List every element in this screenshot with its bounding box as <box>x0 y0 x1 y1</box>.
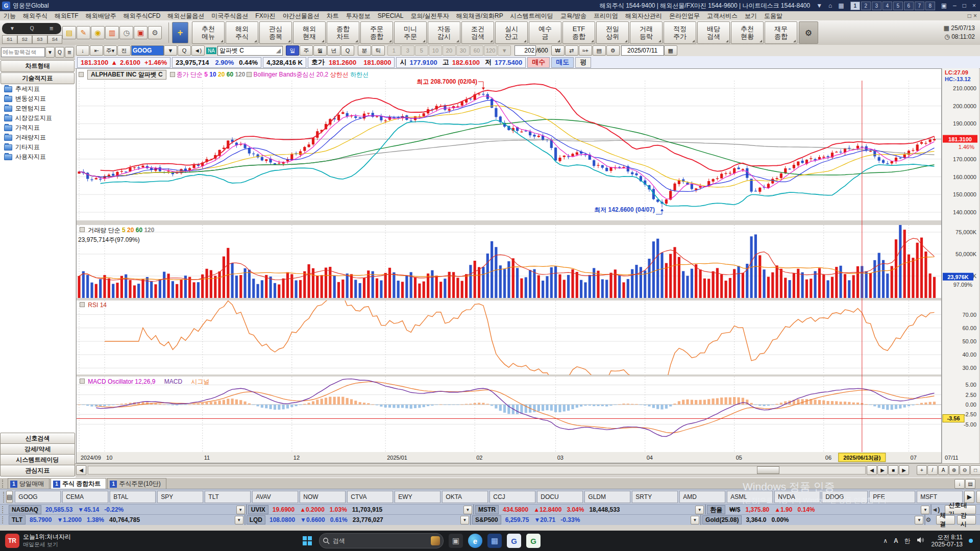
pill-search-icon[interactable]: Q <box>30 26 34 31</box>
legend-toggle-icon[interactable] <box>80 227 85 232</box>
minute-button-5[interactable]: 5 <box>415 45 428 56</box>
edit-icon[interactable]: ✎ <box>77 26 90 39</box>
ticker-chip-CEMA[interactable]: CEMA <box>62 491 108 503</box>
minute-button-10[interactable]: 10 <box>429 45 442 56</box>
toolbar-button-거래등락[interactable]: 거래등락 <box>630 21 663 44</box>
menu-item-고객서비스[interactable]: 고객서비스 <box>703 11 741 20</box>
pill-chevron-icon[interactable]: ▼ <box>10 26 15 31</box>
lock-icon[interactable]: ◉ <box>91 26 105 39</box>
status-button-감시[interactable]: 감시 <box>957 515 976 524</box>
menu-item-교육/방송[interactable]: 교육/방송 <box>557 11 590 20</box>
ticker-chip-NVDA[interactable]: NVDA <box>774 491 820 503</box>
window-slot-5[interactable]: 5 <box>893 2 903 10</box>
export-icon[interactable]: ↓ <box>954 479 965 489</box>
date-calendar-icon[interactable]: ▦ <box>664 45 677 56</box>
minute-button-3[interactable]: 3 <box>401 45 414 56</box>
ticker-chip-DDOG[interactable]: DDOG <box>822 491 868 503</box>
drag-handle[interactable] <box>2 480 6 487</box>
pill-list-icon[interactable]: ≣ <box>50 26 54 31</box>
toolbar-button-주문종합[interactable]: 주문종합 <box>360 21 393 44</box>
legend-toggle-icon[interactable] <box>80 379 85 384</box>
sidebar-item-추세지표[interactable]: 추세지표 <box>0 84 75 94</box>
ticker-chip-GOOG[interactable]: GOOG <box>15 491 61 503</box>
drag-handle[interactable] <box>2 506 6 513</box>
toolbar-button-적정주가[interactable]: 적정주가 <box>664 21 696 44</box>
sidebar-item-거래량지표[interactable]: 거래량지표 <box>0 133 75 142</box>
toolbar-button-자동감시[interactable]: 자동감시 <box>428 21 460 44</box>
chart-tool-3[interactable]: ⊕ <box>949 465 959 475</box>
sidebar-bottom-신호검색[interactable]: 신호검색 <box>0 433 75 444</box>
toolbar-button-재무종합[interactable]: 재무종합 <box>765 21 797 44</box>
home-icon[interactable]: ⌂ <box>828 2 832 9</box>
ticker-chip-OKTA[interactable]: OKTA <box>442 491 488 503</box>
won-icon[interactable]: ₩ <box>551 45 565 56</box>
ticker-chip-TLT[interactable]: TLT <box>205 491 251 503</box>
toolbar-button-해외주식[interactable]: 해외주식 <box>226 21 258 44</box>
notification-dot[interactable] <box>969 539 973 543</box>
compare-icon[interactable]: ⇄ <box>565 45 578 56</box>
toolbar-button-조건검색[interactable]: 조건검색 <box>461 21 494 44</box>
tab-주식 종합차트[interactable]: 1주식 종합차트 <box>51 478 106 489</box>
monitor-icon[interactable]: ▣ <box>134 26 148 39</box>
menu-item-해외자산관리[interactable]: 해외자산관리 <box>622 11 666 20</box>
segment-dropdown-icon[interactable]: ▼ <box>691 516 699 524</box>
sidebar-bottom-시스템트레이딩[interactable]: 시스템트레이딩 <box>0 454 75 466</box>
ticker-chip-BTAL[interactable]: BTAL <box>110 491 156 503</box>
ime-korean-indicator[interactable]: 한 <box>904 537 911 545</box>
clipboard-icon[interactable]: ▤ <box>6 491 13 503</box>
segment-dropdown-icon[interactable]: ▼ <box>463 506 472 514</box>
ticker-chip-ASML[interactable]: ASML <box>727 491 773 503</box>
ime-latin-indicator[interactable]: A <box>894 537 898 544</box>
chevron-down-icon[interactable]: ▼ <box>816 2 822 9</box>
legend-toggle-icon[interactable] <box>80 302 85 307</box>
menu-item-모의/실전투자[interactable]: 모의/실전투자 <box>407 11 452 20</box>
menu-item-해외선물옵션[interactable]: 해외선물옵션 <box>164 11 208 20</box>
menu-item-SPECIAL[interactable]: SPECIAL <box>374 11 407 20</box>
segment-dropdown-icon[interactable]: ▼ <box>236 506 245 514</box>
trash-icon[interactable] <box>976 491 980 503</box>
ticker-chip-PFE[interactable]: PFE <box>869 491 915 503</box>
monitor-icon[interactable]: ▣ <box>941 2 947 9</box>
ticker-chip-SPY[interactable]: SPY <box>157 491 203 503</box>
gallery-icon[interactable]: ▣ <box>449 534 463 548</box>
minute-dropdown-icon[interactable]: ▼ <box>498 45 511 56</box>
window-slot-1[interactable]: 1 <box>850 2 860 10</box>
basket-icon[interactable]: + <box>172 22 188 43</box>
menu-restore-icon[interactable]: □ <box>968 12 971 19</box>
toolbar-button-배당검색[interactable]: 배당검색 <box>697 21 730 44</box>
ticker-chip-NOW[interactable]: NOW <box>300 491 346 503</box>
toolbar-button-실시잔고[interactable]: 실시잔고 <box>495 21 528 44</box>
ticker-chip-SRTY[interactable]: SRTY <box>632 491 678 503</box>
toolbar-button-추천메뉴[interactable]: 추천메뉴 <box>192 21 225 44</box>
window-slot-6[interactable]: 6 <box>904 2 914 10</box>
period-button-일[interactable]: 일 <box>286 45 299 56</box>
legend-toggle-icon[interactable] <box>170 72 175 77</box>
quick-search-pill[interactable]: ▼ Q ≣ <box>2 23 61 34</box>
tick-button-틱[interactable]: 틱 <box>372 45 385 56</box>
menu-item-해외배당주[interactable]: 해외배당주 <box>82 11 120 20</box>
period-button-주[interactable]: 주 <box>300 45 313 56</box>
chart-tool-4[interactable]: ⊖ <box>960 465 970 475</box>
status-button-체결[interactable]: 체결 <box>936 515 955 524</box>
panel-toggle-icon[interactable]: ⇤ <box>90 45 103 56</box>
symbol-search-icon[interactable]: Q <box>178 45 191 56</box>
start-button[interactable] <box>303 536 312 545</box>
menu-item-해외채권/외화RP[interactable]: 해외채권/외화RP <box>453 11 507 20</box>
scroll-nav-2[interactable]: ■ <box>888 465 898 475</box>
save-icon[interactable]: ▤ <box>62 26 76 39</box>
segment-dropdown-icon[interactable]: ▼ <box>460 516 469 524</box>
menu-item-온라인업무[interactable]: 온라인업무 <box>666 11 703 20</box>
speaker-icon[interactable]: ◄) <box>932 506 940 513</box>
window-slot-4[interactable]: 4 <box>883 2 892 10</box>
menu-item-보기[interactable]: 보기 <box>741 11 761 20</box>
price-chart[interactable]: 최고 208.7000 (02/04)최저 142.6600 (04/07)LC… <box>76 68 979 463</box>
avg-button[interactable]: 평 <box>575 57 591 68</box>
news-widget[interactable]: TR 오늘1위:처녀자리 매일운세 보기 <box>5 533 71 548</box>
tick-button-분[interactable]: 분 <box>358 45 371 56</box>
ticker-chip-CTVA[interactable]: CTVA <box>347 491 393 503</box>
tray-expand-icon[interactable]: ∧ <box>883 537 888 544</box>
volume-icon[interactable] <box>917 537 924 545</box>
drag-handle[interactable] <box>2 516 6 523</box>
app-window-icon[interactable]: ▦ <box>487 534 502 548</box>
menu-item-프리미엄[interactable]: 프리미엄 <box>590 11 622 20</box>
